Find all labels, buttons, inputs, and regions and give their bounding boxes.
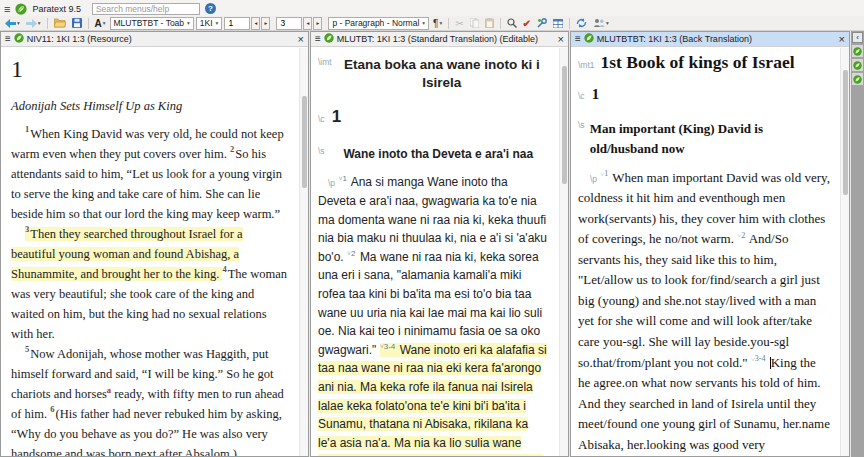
close-icon[interactable]: × xyxy=(298,34,304,44)
chapter-value: 1 xyxy=(228,18,233,28)
formatting-marks-button[interactable]: ¶ ▾ xyxy=(431,17,444,30)
forward-button[interactable]: ▾ xyxy=(24,17,43,30)
save-floppy-icon xyxy=(72,18,82,28)
highlighted-verse: ˅3-4 Wane inoto eri ka alafafia si taa n… xyxy=(318,343,547,456)
pane-logo-icon xyxy=(14,33,24,45)
usfm-marker-c: \c xyxy=(578,90,585,103)
app-title: Paratext 9.5 xyxy=(32,4,81,14)
verse-text: Then they searched throughout Israel for… xyxy=(11,227,243,281)
verse-increment-button[interactable]: ▸ xyxy=(313,17,322,30)
book-selector-value: 1KI xyxy=(200,18,213,28)
back-button[interactable]: ▾ xyxy=(3,17,22,30)
project-selector-value: MLUTBTBT - Toab xyxy=(114,18,185,28)
verse-number: 2 xyxy=(741,231,745,240)
search-input[interactable] xyxy=(92,3,200,15)
usfm-marker-s: \s xyxy=(318,145,325,164)
usfm-marker-p: \p xyxy=(590,174,597,184)
usfm-marker-s: \s xyxy=(578,119,585,160)
chapter-increment-button[interactable]: ▸ xyxy=(261,17,270,30)
book-selector[interactable]: 1KI ▾ xyxy=(196,17,223,30)
verse-text: Ma wane ni raa nia ki, keka sorea una er… xyxy=(318,250,542,357)
pane-standard-translation: ≡ MLUTBT: 1KI 1:3 (Standard Translation)… xyxy=(310,31,569,457)
send-receive-button[interactable] xyxy=(574,17,589,30)
verse-number: 2 xyxy=(230,144,234,154)
hidden-tab-project-icon[interactable] xyxy=(852,73,863,85)
scrollbar-thumb[interactable] xyxy=(843,70,848,195)
back-translation-editor[interactable]: \mt1 1st Book of kings of Israel \c 1 \s… xyxy=(571,48,840,456)
usfm-marker-p: \p xyxy=(328,178,335,188)
usfm-marker-c: \c xyxy=(318,113,325,126)
main-title-line: \mt1 1st Book of kings of Israel xyxy=(578,52,830,73)
font-caret-icon: ▾ xyxy=(103,20,106,26)
pane-header-niv11: ≡ NIV11: 1KI 1:3 (Resource) × xyxy=(1,32,308,47)
main-toolbar: ▾ ▾ A ▾ MLUTBTBT - Toab ▾ 1KI ▾ 1 ◂ ▸ 3 … xyxy=(0,16,864,31)
open-folder-icon xyxy=(54,18,66,28)
chapter-input[interactable]: 1 xyxy=(224,17,250,30)
spelling-button[interactable]: ✔ xyxy=(521,17,533,30)
verse-number: 6 xyxy=(50,404,54,414)
verse-input[interactable]: 3 xyxy=(276,17,302,30)
vertical-scrollbar[interactable] xyxy=(840,48,849,456)
save-button[interactable] xyxy=(70,17,84,30)
paste-button[interactable] xyxy=(483,17,496,30)
scrollbar-thumb[interactable] xyxy=(562,66,567,184)
verse-number: 3 xyxy=(25,224,29,234)
verse-number: 1 xyxy=(343,174,347,183)
book-caret-icon: ▾ xyxy=(216,20,219,26)
verse-number: 1 xyxy=(604,169,608,178)
users-caret-icon: ▾ xyxy=(606,20,609,26)
workspace: ≡ NIV11: 1KI 1:3 (Resource) × 1 Adonijah… xyxy=(0,31,864,457)
verse-text: And/So servants his, they said like this… xyxy=(578,231,820,369)
pane-title: MLUTBTBT: 1KI 1:3 (Back Translation) xyxy=(597,34,752,44)
tools-button[interactable] xyxy=(535,17,549,30)
paragraph-style-selector[interactable]: p - Paragraph - Normal ▾ xyxy=(328,17,429,30)
toolbar-separator xyxy=(500,18,501,29)
scrollbar-thumb[interactable] xyxy=(302,96,307,188)
users-icon xyxy=(593,18,605,28)
chapter-decrement-button[interactable]: ◂ xyxy=(251,17,260,30)
close-icon[interactable]: × xyxy=(558,34,564,44)
translation-editor[interactable]: \imt Etana boka ana wane inoto ki i Isir… xyxy=(311,48,559,456)
section-heading-line: \s Man important (King) David is old/hus… xyxy=(578,119,830,160)
vertical-scrollbar[interactable] xyxy=(299,48,308,456)
verse-decrement-button[interactable]: ◂ xyxy=(303,17,312,30)
paragraph-style-value: p - Paragraph - Normal xyxy=(332,18,419,28)
copy-button[interactable] xyxy=(468,17,481,30)
hidden-tab-project-icon[interactable] xyxy=(852,59,863,71)
hidden-tab-project-icon[interactable] xyxy=(852,45,863,57)
pane-menu-icon[interactable]: ≡ xyxy=(575,34,581,44)
main-menu-icon[interactable]: ≡ xyxy=(4,4,10,14)
search-icon xyxy=(507,18,517,28)
intro-title: Etana boka ana wane inoto ki i Isirela xyxy=(337,56,547,92)
users-button[interactable]: ▾ xyxy=(591,17,611,30)
open-project-button[interactable] xyxy=(52,17,68,30)
title-bar: ≡ Paratext 9.5 ? xyxy=(0,0,864,16)
verse-marker-icon: ˅ xyxy=(338,175,342,182)
find-button[interactable] xyxy=(505,17,519,30)
style-caret-icon: ▾ xyxy=(422,20,425,26)
vertical-scrollbar[interactable] xyxy=(559,48,568,456)
help-button[interactable]: ? xyxy=(205,3,216,14)
pane-menu-icon[interactable]: ≡ xyxy=(5,34,11,44)
cut-button[interactable]: ✂ xyxy=(453,17,465,30)
chapter-number: 1 xyxy=(332,104,341,130)
section-heading: Man important (King) David is old/husban… xyxy=(590,119,830,160)
verse-paragraph: 1When King David was very old, he could … xyxy=(11,124,289,224)
font-button-label: A xyxy=(95,18,102,29)
chapter-line: \c 1 xyxy=(578,83,830,107)
usfm-marker-imt: \imt xyxy=(318,56,332,92)
collapse-strip-button[interactable]: ‹ xyxy=(852,32,863,43)
intro-title-line: \imt Etana boka ana wane inoto ki i Isir… xyxy=(318,56,547,92)
project-selector[interactable]: MLUTBTBT - Toab ▾ xyxy=(110,17,194,30)
verse-paragraph: \p ˅1 Ana si manga Wane inoto tha Deveta… xyxy=(318,173,547,456)
section-heading: Wane inoto tha Deveta e ara'i naa xyxy=(330,145,547,164)
toolbar-separator xyxy=(47,18,48,29)
pane-menu-icon[interactable]: ≡ xyxy=(315,34,321,44)
font-button[interactable]: A ▾ xyxy=(93,17,108,30)
close-icon[interactable]: × xyxy=(839,34,845,44)
pane-logo-icon xyxy=(324,33,334,45)
tools-icon xyxy=(537,18,547,28)
back-arrow-icon xyxy=(5,19,16,28)
wordlist-button[interactable] xyxy=(551,17,565,30)
cut-scissors-icon: ✂ xyxy=(455,18,463,29)
